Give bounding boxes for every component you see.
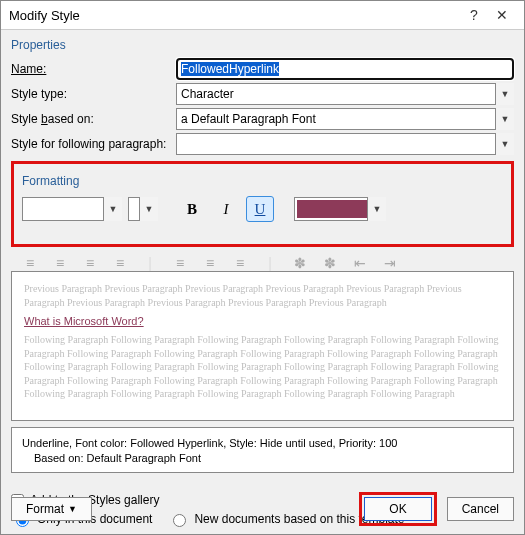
paragraph-toolbar: ≡ ≡ ≡ ≡ | ≡ ≡ ≡ | ✽ ✽ ⇤ ⇥ — [11, 251, 514, 271]
modify-style-dialog: Modify Style ? ✕ Properties Name: Style … — [0, 0, 525, 535]
cancel-button[interactable]: Cancel — [447, 497, 514, 521]
based-on-label: Style based on: — [11, 112, 176, 126]
style-description: Underline, Font color: Followed Hyperlin… — [11, 427, 514, 473]
font-size-select[interactable]: ▼ — [128, 197, 158, 221]
font-family-select[interactable]: ▼ — [22, 197, 122, 221]
style-type-label: Style type: — [11, 87, 176, 101]
preview-next-text: Following Paragraph Following Paragraph … — [24, 333, 501, 401]
ok-highlight: OK — [359, 492, 436, 526]
style-type-select[interactable] — [176, 83, 514, 105]
preview-pane: Previous Paragraph Previous Paragraph Pr… — [11, 271, 514, 421]
italic-button[interactable]: I — [212, 196, 240, 222]
font-color-select[interactable]: ▼ — [294, 197, 386, 221]
chevron-down-icon: ▼ — [68, 504, 77, 514]
align-left-icon[interactable]: ≡ — [21, 255, 39, 271]
space-after-icon[interactable]: ✽ — [321, 255, 339, 271]
dialog-footer: Format ▼ OK Cancel — [11, 492, 514, 526]
following-label: Style for following paragraph: — [11, 137, 176, 151]
format-label: Format — [26, 502, 64, 516]
close-button[interactable]: ✕ — [488, 7, 516, 23]
color-swatch — [297, 200, 383, 218]
formatting-heading: Formatting — [22, 174, 503, 188]
align-right-icon[interactable]: ≡ — [81, 255, 99, 271]
format-button[interactable]: Format ▼ — [11, 497, 92, 521]
line-spacing-2-icon[interactable]: ≡ — [231, 255, 249, 271]
based-on-select[interactable] — [176, 108, 514, 130]
name-input[interactable] — [176, 58, 514, 80]
help-button[interactable]: ? — [460, 7, 488, 23]
line-spacing-1.5-icon[interactable]: ≡ — [201, 255, 219, 271]
desc-line1: Underline, Font color: Followed Hyperlin… — [22, 436, 503, 451]
ok-button[interactable]: OK — [364, 497, 431, 521]
align-center-icon[interactable]: ≡ — [51, 255, 69, 271]
space-before-icon[interactable]: ✽ — [291, 255, 309, 271]
indent-right-icon[interactable]: ⇥ — [381, 255, 399, 271]
indent-left-icon[interactable]: ⇤ — [351, 255, 369, 271]
name-label: Name: — [11, 62, 46, 76]
formatting-group: Formatting ▼ ▼ B I U ▼ — [11, 161, 514, 247]
preview-prev-text: Previous Paragraph Previous Paragraph Pr… — [24, 282, 501, 309]
properties-heading: Properties — [11, 38, 514, 52]
preview-sample-text: What is Microsoft Word? — [24, 315, 501, 327]
dialog-title: Modify Style — [9, 8, 460, 23]
desc-line2: Based on: Default Paragraph Font — [22, 451, 503, 466]
titlebar: Modify Style ? ✕ — [1, 1, 524, 30]
underline-button[interactable]: U — [246, 196, 274, 222]
following-select[interactable] — [176, 133, 514, 155]
line-spacing-1-icon[interactable]: ≡ — [171, 255, 189, 271]
align-justify-icon[interactable]: ≡ — [111, 255, 129, 271]
bold-button[interactable]: B — [178, 196, 206, 222]
